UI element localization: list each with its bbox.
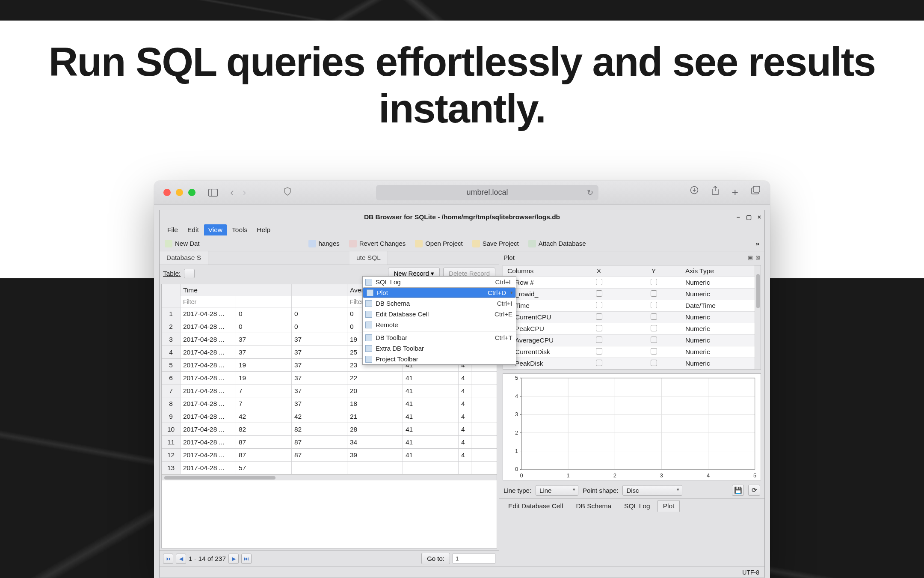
panel-float-icon[interactable]: ▣ <box>748 254 753 261</box>
close-button[interactable] <box>163 189 171 196</box>
filter-col3[interactable] <box>294 298 344 305</box>
plot-vertical-scrollbar[interactable] <box>755 265 761 369</box>
tab-plot[interactable]: Plot <box>657 500 680 512</box>
plot-header-x[interactable]: X <box>572 267 626 275</box>
checkbox-x[interactable] <box>596 348 602 355</box>
checkbox-x[interactable] <box>596 313 602 320</box>
checkbox-y[interactable] <box>651 337 657 343</box>
reload-icon[interactable]: ↻ <box>587 188 593 197</box>
header-col2[interactable] <box>236 284 292 296</box>
plot-column-row[interactable]: AverageCPUNumeric <box>503 335 761 346</box>
toolbar-open-project[interactable]: Open Project <box>415 240 463 247</box>
checkbox-y[interactable] <box>651 290 657 297</box>
checkbox-y[interactable] <box>651 348 657 355</box>
checkbox-y[interactable] <box>651 360 657 366</box>
toolbar-new-database[interactable]: New Dat <box>165 240 200 247</box>
toolbar-save-project[interactable]: Save Project <box>472 240 519 247</box>
downloads-icon[interactable] <box>690 186 699 199</box>
table-row[interactable]: 112017-04-28 ...878734414 <box>162 436 497 449</box>
menu-item[interactable]: Edit Database CellCtrl+E <box>363 309 516 319</box>
filter-time[interactable] <box>183 298 233 305</box>
plot-column-row[interactable]: CurrentCPUNumeric <box>503 312 761 323</box>
table-row[interactable]: 132017-04-28 ...57 <box>162 462 497 474</box>
tab-db-schema[interactable]: DB Schema <box>570 500 617 512</box>
point-shape-select[interactable]: Disc <box>622 485 682 496</box>
table-dropdown[interactable] <box>184 269 195 278</box>
prev-page-button[interactable]: ◀ <box>176 554 186 564</box>
menu-item[interactable]: SQL LogCtrl+L <box>363 277 516 287</box>
checkbox-x[interactable] <box>596 337 602 343</box>
table-row[interactable]: 122017-04-28 ...878739414 <box>162 449 497 462</box>
horizontal-scrollbar[interactable] <box>162 474 497 480</box>
tab-database-structure[interactable]: Database S <box>160 251 208 265</box>
share-icon[interactable] <box>711 186 719 199</box>
checkbox-x[interactable] <box>596 360 602 366</box>
checkbox-y[interactable] <box>651 302 657 308</box>
minimize-button[interactable] <box>176 189 183 196</box>
close-icon[interactable]: × <box>758 214 761 220</box>
next-page-button[interactable]: ▶ <box>228 554 239 564</box>
plot-column-row[interactable]: TimeDate/Time <box>503 300 761 312</box>
toolbar-revert-changes[interactable]: Revert Changes <box>349 240 406 247</box>
plot-column-row[interactable]: PeakCPUNumeric <box>503 323 761 335</box>
menu-help[interactable]: Help <box>252 224 275 235</box>
menu-item[interactable]: Project Toolbar <box>363 354 516 364</box>
checkbox-x[interactable] <box>596 302 602 308</box>
filter-col2[interactable] <box>239 298 289 305</box>
tab-edit-cell[interactable]: Edit Database Cell <box>503 500 569 512</box>
panel-close-icon[interactable]: ⊠ <box>755 254 760 261</box>
maximize-icon[interactable]: ▢ <box>746 214 752 220</box>
menu-item[interactable]: DB ToolbarCtrl+T <box>363 332 516 343</box>
last-page-button[interactable]: ⏭ <box>241 554 252 564</box>
goto-button[interactable]: Go to: <box>421 553 450 564</box>
back-button[interactable]: ‹ <box>230 186 234 199</box>
plot-column-row[interactable]: PeakDiskNumeric <box>503 358 761 369</box>
table-row[interactable]: 62017-04-28 ...193722414 <box>162 372 497 384</box>
shield-icon[interactable] <box>284 187 291 198</box>
plot-column-row[interactable]: _rowid_Numeric <box>503 289 761 300</box>
table-row[interactable]: 72017-04-28 ...73720414 <box>162 384 497 397</box>
menu-edit[interactable]: Edit <box>183 224 203 235</box>
plot-header-y[interactable]: Y <box>626 267 681 275</box>
maximize-button[interactable] <box>188 189 195 196</box>
menu-item[interactable]: DB SchemaCtrl+I <box>363 298 516 309</box>
header-col3[interactable] <box>292 284 347 296</box>
forward-button[interactable]: › <box>243 186 246 199</box>
menu-item[interactable]: Remote <box>363 319 516 330</box>
sidebar-toggle-icon[interactable] <box>207 188 218 197</box>
checkbox-y[interactable] <box>651 279 657 285</box>
toolbar-attach-database[interactable]: Attach Database <box>528 240 586 247</box>
save-plot-button[interactable]: 💾 <box>732 485 744 496</box>
checkbox-x[interactable] <box>596 279 602 285</box>
tabs-icon[interactable] <box>751 186 761 199</box>
url-field[interactable]: umbrel.local ↻ <box>376 185 598 200</box>
tab-execute-sql[interactable]: ute SQL <box>349 251 388 265</box>
checkbox-x[interactable] <box>596 290 602 297</box>
toolbar-write-changes[interactable]: hanges <box>308 240 340 247</box>
plot-settings-button[interactable]: ⟳ <box>748 485 760 496</box>
new-tab-icon[interactable]: + <box>732 186 738 199</box>
menu-view[interactable]: View <box>204 224 227 235</box>
plot-header-columns[interactable]: Columns <box>503 267 572 275</box>
table-row[interactable]: 102017-04-28 ...828228414 <box>162 423 497 436</box>
first-page-button[interactable]: ⏮ <box>163 554 173 564</box>
plot-column-row[interactable]: CurrentDiskNumeric <box>503 346 761 358</box>
goto-input[interactable] <box>453 554 495 563</box>
plot-header-axistype[interactable]: Axis Type <box>681 267 761 275</box>
menu-file[interactable]: File <box>163 224 182 235</box>
header-time[interactable]: Time <box>181 284 236 296</box>
table-row[interactable]: 82017-04-28 ...73718414 <box>162 397 497 410</box>
checkbox-y[interactable] <box>651 313 657 320</box>
table-row[interactable]: 92017-04-28 ...424221414 <box>162 410 497 423</box>
minimize-icon[interactable]: – <box>737 214 740 220</box>
menu-item[interactable]: PlotCtrl+D <box>363 287 516 298</box>
toolbar-overflow-icon[interactable]: » <box>755 240 759 247</box>
checkbox-x[interactable] <box>596 325 602 331</box>
plot-column-row[interactable]: Row #Numeric <box>503 277 761 289</box>
encoding-label: UTF-8 <box>742 569 759 576</box>
line-type-select[interactable]: Line <box>536 485 578 496</box>
checkbox-y[interactable] <box>651 325 657 331</box>
menu-tools[interactable]: Tools <box>228 224 252 235</box>
menu-item[interactable]: Extra DB Toolbar <box>363 343 516 354</box>
tab-sql-log[interactable]: SQL Log <box>619 500 656 512</box>
